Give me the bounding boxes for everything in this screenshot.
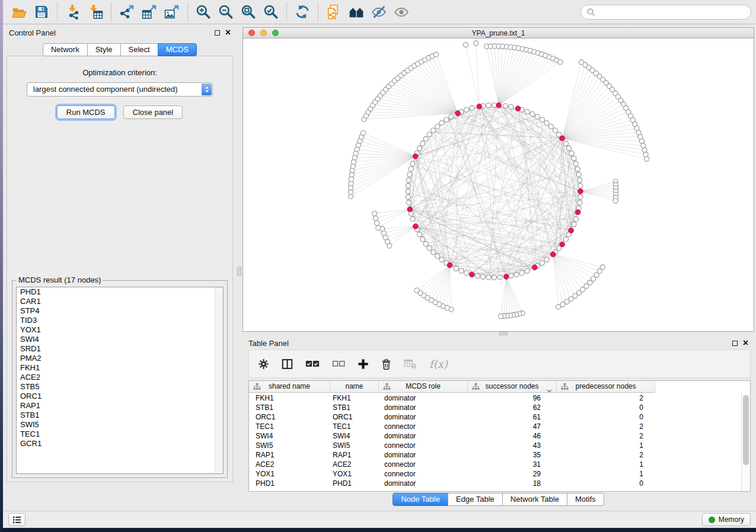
mcds-result-item[interactable]: PHD1 bbox=[17, 287, 223, 297]
mcds-result-item[interactable]: PMA2 bbox=[17, 354, 223, 363]
export-network-icon bbox=[119, 4, 135, 20]
float-panel-icon[interactable] bbox=[732, 341, 738, 346]
hide-selected-button[interactable] bbox=[368, 2, 390, 22]
column-header-name[interactable]: name bbox=[330, 381, 379, 393]
column-header-mcds-role[interactable]: MCDS role bbox=[379, 381, 468, 393]
mcds-result-item[interactable]: FKH1 bbox=[17, 363, 223, 373]
mcds-result-item[interactable]: TID3 bbox=[17, 316, 223, 325]
table-row[interactable]: RAP1RAP1dominator352 bbox=[249, 450, 750, 460]
trash-icon bbox=[381, 358, 391, 370]
node-table: shared name name MCDS role successor nod… bbox=[248, 380, 751, 492]
table-row[interactable]: STB1STB1dominator620 bbox=[249, 403, 750, 412]
import-table-button[interactable] bbox=[84, 2, 107, 22]
table-row[interactable]: FKH1FKH1dominator962 bbox=[249, 393, 750, 403]
table-cell: 0 bbox=[557, 412, 655, 422]
delete-column-button[interactable] bbox=[381, 358, 391, 370]
mcds-result-title: MCDS result (17 nodes) bbox=[17, 275, 103, 284]
memory-button[interactable]: Memory bbox=[702, 513, 751, 526]
tab-motifs[interactable]: Motifs bbox=[567, 493, 604, 506]
mcds-result-item[interactable]: TEC1 bbox=[17, 430, 223, 439]
mcds-result-item[interactable]: STB1 bbox=[17, 411, 223, 420]
mcds-result-item[interactable]: ACE2 bbox=[17, 373, 223, 382]
select-all-button[interactable] bbox=[305, 360, 320, 368]
tab-style[interactable]: Style bbox=[87, 43, 121, 56]
table-cell: connector bbox=[379, 441, 468, 450]
column-type-icon bbox=[561, 383, 569, 394]
checked-boxes-icon bbox=[305, 360, 320, 368]
table-scrollbar[interactable] bbox=[741, 393, 750, 491]
zoom-in-button[interactable] bbox=[192, 2, 215, 22]
gear-icon bbox=[258, 358, 269, 370]
table-cell: ACE2 bbox=[330, 460, 379, 469]
tab-network[interactable]: Network bbox=[43, 43, 88, 56]
table-row[interactable]: ACE2ACE2connector311 bbox=[249, 460, 750, 469]
optimization-criterion-select[interactable]: largest connected component (undirected) bbox=[27, 82, 213, 97]
table-cell: 2 bbox=[557, 431, 655, 441]
zoom-out-button[interactable] bbox=[215, 2, 237, 22]
close-panel-icon[interactable]: × bbox=[743, 339, 748, 347]
scrollbar-thumb[interactable] bbox=[743, 395, 749, 465]
mcds-result-item[interactable]: RAP1 bbox=[17, 401, 223, 411]
network-canvas[interactable] bbox=[243, 39, 754, 331]
mcds-result-item[interactable]: SWI4 bbox=[17, 335, 223, 344]
mcds-result-item[interactable]: CAR1 bbox=[17, 297, 223, 306]
splitter-grip[interactable] bbox=[237, 267, 241, 276]
close-panel-button[interactable]: Close panel bbox=[123, 105, 183, 119]
add-column-button[interactable] bbox=[358, 358, 369, 370]
mcds-list-scrollbar[interactable] bbox=[215, 287, 223, 473]
table-row[interactable]: YOX1YOX1connector291 bbox=[249, 469, 750, 479]
export-image-button[interactable] bbox=[161, 2, 183, 22]
export-table-button[interactable] bbox=[138, 2, 161, 22]
refresh-button[interactable] bbox=[291, 2, 314, 22]
column-header-successor-nodes[interactable]: successor nodes bbox=[468, 381, 557, 393]
save-session-button[interactable] bbox=[30, 2, 53, 22]
table-cell: FKH1 bbox=[330, 393, 379, 403]
first-neighbors-button[interactable] bbox=[345, 2, 368, 22]
cytoscape-window: Control Panel × Network Style Select MCD… bbox=[3, 0, 756, 528]
table-row[interactable]: SWI4SWI4dominator462 bbox=[249, 431, 750, 441]
mcds-result-item[interactable]: ORC1 bbox=[17, 392, 223, 401]
show-all-button[interactable] bbox=[390, 2, 413, 22]
tab-select[interactable]: Select bbox=[120, 43, 158, 56]
task-history-button[interactable] bbox=[8, 513, 25, 526]
mcds-result-item[interactable]: STB5 bbox=[17, 382, 223, 392]
table-settings-button[interactable] bbox=[258, 358, 269, 370]
show-columns-button[interactable] bbox=[282, 358, 293, 370]
close-window-icon[interactable] bbox=[248, 30, 255, 36]
tab-network-table[interactable]: Network Table bbox=[502, 493, 567, 506]
mcds-result-item[interactable]: SRD1 bbox=[17, 344, 223, 354]
table-cell: dominator bbox=[379, 479, 468, 488]
table-row[interactable]: ORC1ORC1dominator610 bbox=[249, 412, 750, 422]
float-panel-icon[interactable] bbox=[215, 30, 220, 36]
table-row[interactable]: SWI5SWI5connector431 bbox=[249, 441, 750, 450]
zoom-fit-button[interactable] bbox=[237, 2, 260, 22]
zoom-selected-button[interactable] bbox=[260, 2, 282, 22]
save-icon bbox=[34, 4, 49, 20]
search-input[interactable] bbox=[599, 8, 745, 17]
mcds-result-item[interactable]: YOX1 bbox=[17, 325, 223, 335]
open-file-button[interactable] bbox=[8, 2, 30, 22]
mcds-result-item[interactable]: GCR1 bbox=[17, 439, 223, 448]
vertical-splitter[interactable] bbox=[237, 25, 243, 511]
table-row[interactable]: PHD1PHD1dominator180 bbox=[249, 479, 750, 488]
run-mcds-button[interactable]: Run MCDS bbox=[57, 105, 115, 119]
column-header-predecessor-nodes[interactable]: predecessor nodes bbox=[557, 381, 655, 393]
control-panel: Control Panel × Network Style Select MCD… bbox=[3, 25, 237, 511]
mcds-result-item[interactable]: SWI5 bbox=[17, 420, 223, 430]
new-network-from-selection-button[interactable] bbox=[323, 2, 345, 22]
maximize-window-icon[interactable] bbox=[272, 30, 279, 36]
deselect-all-button[interactable] bbox=[332, 360, 345, 368]
tab-mcds[interactable]: MCDS bbox=[158, 43, 197, 56]
table-cell: TEC1 bbox=[330, 422, 379, 431]
tab-edge-table[interactable]: Edge Table bbox=[448, 493, 503, 506]
minimize-window-icon[interactable] bbox=[260, 30, 267, 36]
mcds-result-item[interactable]: STP4 bbox=[17, 306, 223, 316]
tab-node-table[interactable]: Node Table bbox=[393, 493, 448, 506]
import-network-button[interactable] bbox=[62, 2, 84, 22]
table-cell: RAP1 bbox=[249, 450, 330, 460]
column-header-shared-name[interactable]: shared name bbox=[249, 381, 330, 393]
export-network-button[interactable] bbox=[116, 2, 138, 22]
close-panel-icon[interactable]: × bbox=[225, 29, 231, 36]
column-type-icon bbox=[383, 383, 391, 394]
table-row[interactable]: TEC1TEC1connector472 bbox=[249, 422, 750, 431]
